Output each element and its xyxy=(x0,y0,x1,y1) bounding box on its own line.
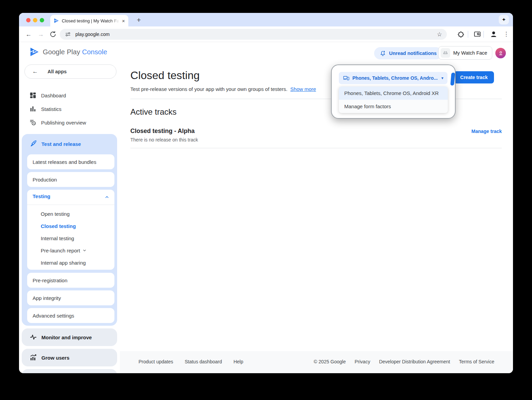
footer-link-tos[interactable]: Terms of Service xyxy=(459,359,494,364)
card-label: Pre-registration xyxy=(33,278,68,283)
dashboard-icon xyxy=(29,92,37,99)
brand-secondary: Console xyxy=(82,48,107,56)
testing-header[interactable]: Testing xyxy=(33,193,50,199)
publishing-overview-icon xyxy=(29,119,37,126)
app-selector-button[interactable]: My Watch Face xyxy=(438,46,492,60)
active-tracks-heading: Active tracks xyxy=(130,107,177,117)
avatar-person-icon xyxy=(498,50,504,56)
sidebar-item-monitor-and-improve[interactable]: Monitor and improve xyxy=(22,328,117,346)
site-settings-icon[interactable] xyxy=(65,31,71,38)
unread-notifications-button[interactable]: Unread notifications xyxy=(374,47,442,59)
bell-icon xyxy=(380,50,386,57)
browser-window: Closed testing | My Watch Fac × + ✦ ← → … xyxy=(19,13,513,373)
footer-link-privacy[interactable]: Privacy xyxy=(355,359,370,364)
sidebar-item-pre-launch-report[interactable]: Pre-launch report xyxy=(41,246,87,254)
sparkle-icon[interactable]: ✦ xyxy=(499,15,509,24)
chevron-down-icon xyxy=(82,248,87,253)
sidebar-item-grow-users[interactable]: Grow users xyxy=(22,349,117,366)
section-label: Monitor and improve xyxy=(41,335,92,340)
card-divider xyxy=(27,205,114,205)
card-label: Latest releases and bundles xyxy=(33,159,96,165)
dropdown-arrow-icon: ▾ xyxy=(441,76,443,80)
side-panel-search-icon[interactable] xyxy=(473,30,481,38)
url-bar[interactable]: play.google.com ☆ xyxy=(60,29,447,40)
new-tab-button[interactable]: + xyxy=(134,15,144,25)
sidebar-item-publishing-overview[interactable]: Publishing overview xyxy=(19,116,117,129)
page-footer: Product updates Status dashboard Help © … xyxy=(120,351,513,373)
toolbar-separator xyxy=(468,31,468,38)
chevron-up-icon[interactable] xyxy=(104,194,110,200)
sidebar-card-advanced-settings[interactable]: Advanced settings xyxy=(27,308,114,323)
sidebar-card-testing: Testing Open testing Closed testing Inte… xyxy=(27,190,114,270)
tab-close-icon[interactable]: × xyxy=(122,18,125,24)
footer-link-help[interactable]: Help xyxy=(234,359,243,364)
manage-track-link[interactable]: Manage track xyxy=(472,129,502,134)
sidebar-card-pre-registration[interactable]: Pre-registration xyxy=(27,273,114,288)
pulse-icon xyxy=(29,333,37,341)
sidebar-item-internal-testing[interactable]: Internal testing xyxy=(41,234,74,242)
sidebar-item-label: Publishing overview xyxy=(41,120,86,126)
page-title: Closed testing xyxy=(130,69,200,82)
create-track-button[interactable]: Create track xyxy=(454,71,494,83)
minimize-window-button[interactable] xyxy=(33,18,37,22)
form-factor-chip[interactable]: Phones, Tablets, Chrome OS, Andro... ▾ xyxy=(339,72,447,84)
all-apps-button[interactable]: ← All apps xyxy=(24,64,116,79)
close-window-button[interactable] xyxy=(26,18,31,22)
devices-icon xyxy=(343,75,349,81)
play-console-favicon xyxy=(54,18,59,23)
sidebar-item-closed-testing[interactable]: Closed testing xyxy=(41,222,76,230)
footer-copyright: © 2025 Google xyxy=(314,359,346,364)
section-label: Test and release xyxy=(41,141,81,147)
app-name: My Watch Face xyxy=(453,50,487,56)
footer-link-dda[interactable]: Developer Distribution Agreement xyxy=(379,359,450,364)
sidebar-item-dashboard[interactable]: Dashboard xyxy=(19,89,117,102)
section-label: Grow users xyxy=(41,355,70,361)
browser-toolbar: ← → play.google.com ☆ xyxy=(19,26,513,42)
statistics-icon xyxy=(29,105,37,113)
android-app-icon xyxy=(441,48,450,58)
track-name: Closed testing - Alpha xyxy=(130,128,195,135)
notifications-label: Unread notifications xyxy=(389,51,437,56)
bookmark-star-icon[interactable]: ☆ xyxy=(437,31,442,38)
all-apps-label: All apps xyxy=(48,69,67,74)
extensions-icon[interactable] xyxy=(457,30,465,38)
track-status: There is no release on this track xyxy=(130,137,198,142)
menu-item-manage-form-factors[interactable]: Manage form factors xyxy=(339,100,448,113)
rocket-icon xyxy=(29,140,37,148)
footer-link-product-updates[interactable]: Product updates xyxy=(139,359,173,364)
browser-tab[interactable]: Closed testing | My Watch Fac × xyxy=(50,15,128,26)
sidebar-card-latest-releases[interactable]: Latest releases and bundles xyxy=(27,154,114,169)
create-track-edge xyxy=(450,73,455,85)
account-avatar[interactable] xyxy=(495,48,506,58)
sidebar-item-open-testing[interactable]: Open testing xyxy=(41,210,70,218)
play-logo-icon xyxy=(29,47,39,57)
sidebar-item-internal-app-sharing[interactable]: Internal app sharing xyxy=(41,259,86,267)
play-console-logo[interactable]: Google Play Console xyxy=(29,47,107,57)
sidebar-item-statistics[interactable]: Statistics xyxy=(19,102,117,116)
show-more-link[interactable]: Show more xyxy=(290,86,316,92)
tab-strip: Closed testing | My Watch Fac × + ✦ xyxy=(19,13,513,26)
card-label: App integrity xyxy=(33,295,61,301)
footer-link-status-dashboard[interactable]: Status dashboard xyxy=(185,359,222,364)
menu-item-phones-tablets[interactable]: Phones, Tablets, Chrome OS, Android XR xyxy=(339,87,448,100)
maximize-window-button[interactable] xyxy=(40,18,44,22)
content-divider xyxy=(130,148,502,148)
form-factor-menu: Phones, Tablets, Chrome OS, Android XR M… xyxy=(339,87,448,113)
chip-label: Phones, Tablets, Chrome OS, Andro... xyxy=(352,75,438,81)
sidebar-item-partial[interactable] xyxy=(22,369,117,373)
sidebar-card-app-integrity[interactable]: App integrity xyxy=(27,290,114,305)
url-text: play.google.com xyxy=(75,32,437,37)
tab-title: Closed testing | My Watch Fac xyxy=(62,18,119,23)
sidebar-item-label: Dashboard xyxy=(41,93,66,98)
card-label: Advanced settings xyxy=(33,313,74,319)
growth-chart-icon xyxy=(29,354,37,362)
back-arrow-icon: ← xyxy=(32,68,38,75)
menu-overflow-icon[interactable]: ⋮ xyxy=(502,30,511,39)
sidebar-item-test-and-release[interactable]: Test and release xyxy=(22,137,117,151)
sidebar-card-production[interactable]: Production xyxy=(27,172,114,187)
reload-icon[interactable] xyxy=(49,30,57,38)
back-button[interactable]: ← xyxy=(24,30,33,39)
forward-button[interactable]: → xyxy=(36,30,45,39)
profile-icon[interactable] xyxy=(490,30,498,38)
page-subtitle: Test pre-release versions of your app wi… xyxy=(130,86,316,92)
